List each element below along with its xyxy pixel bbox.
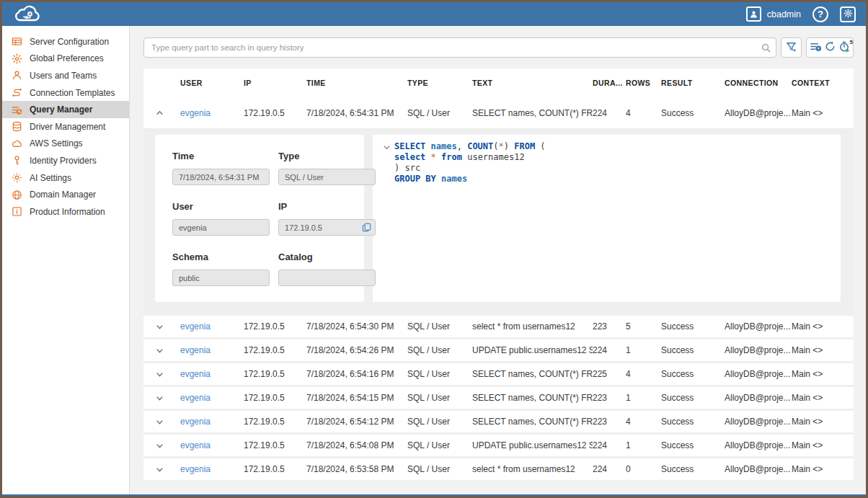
sidebar-item-users-and-teams[interactable]: Users and Teams — [2, 67, 129, 84]
topbar: cbadmin ? — [2, 2, 866, 26]
row-cell-time: 7/18/2024, 6:54:16 PM — [306, 369, 407, 379]
sidebar-item-identity-providers[interactable]: Identity Providers — [2, 152, 129, 169]
log-settings-button[interactable] — [808, 39, 823, 56]
sidebar-item-label: Server Configuration — [30, 37, 109, 47]
row-cell-duration: 224 — [593, 108, 626, 118]
table-row[interactable]: evgenia172.19.0.57/18/2024, 6:54:08 PMSQ… — [143, 432, 854, 456]
table-row[interactable]: evgenia172.19.0.57/18/2024, 6:54:30 PMSQ… — [143, 314, 854, 337]
row-cell-user[interactable]: evgenia — [180, 440, 244, 450]
user-link[interactable]: evgenia — [180, 321, 211, 332]
user-link[interactable]: evgenia — [180, 464, 211, 474]
sidebar-item-label: Driver Management — [30, 122, 105, 132]
row-cell-result: Success — [661, 417, 725, 427]
expand-row-button[interactable] — [143, 322, 180, 332]
auto-refresh-timer-icon — [838, 40, 851, 55]
column-header-context[interactable]: CONTEXT — [792, 79, 854, 87]
help-button[interactable]: ? — [812, 6, 828, 22]
row-cell-context: Main <> — [792, 321, 854, 332]
row-cell-user[interactable]: evgenia — [180, 369, 244, 379]
sidebar-item-global-preferences[interactable]: Global Preferences — [2, 50, 129, 68]
column-header-rows[interactable]: ROWS — [626, 79, 661, 87]
user-link[interactable]: evgenia — [180, 417, 211, 427]
table-row[interactable]: evgenia172.19.0.57/18/2024, 6:54:26 PMSQ… — [143, 337, 854, 361]
sidebar-item-domain-manager[interactable]: Domain Manager — [2, 186, 129, 203]
global-preferences-icon — [11, 53, 22, 64]
sidebar-item-server-configuration[interactable]: Server Configuration — [2, 33, 129, 50]
column-header-user[interactable]: USER — [180, 79, 244, 87]
user-link[interactable]: evgenia — [180, 369, 211, 379]
expand-row-button[interactable] — [143, 465, 180, 474]
row-cell-user[interactable]: evgenia — [180, 345, 244, 355]
row-cell-type: SQL / User — [407, 393, 472, 403]
auto-refresh-button[interactable]: 5 — [837, 39, 851, 56]
sidebar-item-query-manager[interactable]: Query Manager — [2, 101, 129, 118]
row-cell-time: 7/18/2024, 6:54:15 PM — [306, 393, 407, 403]
row-cell-rows: 1 — [626, 345, 661, 355]
row-cell-ip: 172.19.0.5 — [244, 440, 306, 450]
user-link[interactable]: evgenia — [180, 345, 211, 355]
sidebar-item-product-information[interactable]: Product Information — [2, 203, 129, 221]
row-cell-rows: 5 — [626, 321, 661, 332]
detail-field-label: Catalog — [278, 252, 376, 262]
user-menu[interactable]: cbadmin — [746, 6, 801, 22]
row-cell-context: Main <> — [792, 440, 854, 450]
sql-line: ) src — [394, 163, 546, 174]
expand-row-button[interactable] — [143, 346, 180, 355]
sql-collapse-button[interactable] — [378, 141, 394, 295]
user-name-label: cbadmin — [767, 9, 801, 19]
expand-row-button[interactable] — [143, 441, 180, 450]
row-cell-connection: AlloyDB@proje... — [725, 369, 792, 379]
row-cell-user[interactable]: evgenia — [180, 108, 244, 118]
row-cell-user[interactable]: evgenia — [180, 393, 244, 403]
row-cell-ip: 172.19.0.5 — [244, 108, 306, 118]
row-cell-context: Main <> — [792, 108, 854, 118]
column-header-duration[interactable]: DURA... — [593, 79, 626, 87]
row-cell-result: Success — [661, 345, 725, 355]
column-header-type[interactable]: TYPE — [407, 79, 472, 87]
toolbar-icon-group: 5 — [806, 37, 854, 58]
refresh-button[interactable] — [823, 39, 837, 56]
expand-row-button[interactable] — [143, 370, 180, 379]
column-header-time[interactable]: TIME — [306, 79, 407, 87]
detail-field-ip: IP172.19.0.5 — [278, 201, 376, 236]
query-detail-fields: Time7/18/2024, 6:54:31 PMTypeSQL / UserU… — [172, 151, 347, 286]
sidebar-item-aws-settings[interactable]: AWS Settings — [2, 135, 129, 153]
search-input[interactable] — [143, 37, 776, 58]
user-link[interactable]: evgenia — [180, 440, 211, 450]
row-cell-rows: 4 — [626, 417, 661, 427]
detail-field-value-catalog — [278, 270, 376, 286]
column-header-connection[interactable]: CONNECTION — [725, 79, 792, 87]
user-link[interactable]: evgenia — [180, 108, 211, 118]
user-link[interactable]: evgenia — [180, 393, 211, 403]
row-cell-text: select * from usernames12 — [472, 464, 593, 474]
collapse-row-button[interactable] — [143, 108, 180, 117]
row-cell-duration: 224 — [593, 440, 626, 450]
table-row[interactable]: evgenia172.19.0.57/18/2024, 6:54:15 PMSQ… — [143, 385, 854, 409]
filter-button[interactable] — [781, 37, 802, 58]
sidebar-item-connection-templates[interactable]: Connection Templates — [2, 84, 129, 102]
column-header-result[interactable]: RESULT — [661, 79, 725, 87]
detail-field-value-schema: public — [172, 270, 270, 286]
row-cell-user[interactable]: evgenia — [180, 417, 244, 427]
sidebar-item-ai-settings[interactable]: AI Settings — [2, 169, 129, 187]
row-cell-time: 7/18/2024, 6:54:26 PM — [306, 345, 407, 355]
detail-field-user: Userevgenia — [172, 201, 270, 236]
column-header-ip[interactable]: IP — [244, 79, 306, 87]
table-row[interactable]: evgenia172.19.0.57/18/2024, 6:54:12 PMSQ… — [143, 409, 854, 432]
settings-button[interactable] — [840, 6, 856, 22]
row-cell-ip: 172.19.0.5 — [244, 417, 306, 427]
sidebar-item-driver-management[interactable]: Driver Management — [2, 118, 129, 135]
row-cell-user[interactable]: evgenia — [180, 321, 244, 332]
copy-icon[interactable] — [361, 222, 372, 234]
row-cell-user[interactable]: evgenia — [180, 464, 244, 474]
expand-row-button[interactable] — [143, 393, 180, 403]
row-cell-duration: 225 — [593, 369, 626, 379]
row-cell-ip: 172.19.0.5 — [244, 369, 306, 379]
expand-row-button[interactable] — [143, 417, 180, 427]
search-icon — [761, 43, 771, 55]
column-header-text[interactable]: TEXT — [472, 79, 593, 87]
table-row[interactable]: evgenia172.19.0.57/18/2024, 6:53:58 PMSQ… — [143, 456, 854, 480]
table-row[interactable]: evgenia172.19.0.57/18/2024, 6:54:16 PMSQ… — [143, 361, 854, 385]
table-row[interactable]: evgenia172.19.0.57/18/2024, 6:54:31 PMSQ… — [143, 97, 854, 128]
row-cell-ip: 172.19.0.5 — [244, 321, 306, 332]
